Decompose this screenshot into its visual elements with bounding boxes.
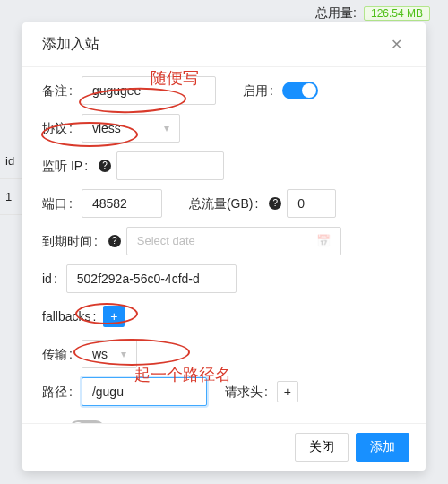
ok-button[interactable]: 添加 — [356, 433, 409, 462]
protocol-select[interactable]: vless ▾ — [82, 114, 180, 143]
transport-select[interactable]: ws ▾ — [82, 340, 137, 368]
req-header-label: 请求头 — [225, 377, 273, 406]
add-fallback-button[interactable]: + — [103, 306, 125, 327]
total-traffic-label: 总流量(GB) — [189, 189, 263, 218]
enable-switch[interactable] — [282, 82, 318, 99]
calendar-icon: 📅 — [316, 227, 331, 255]
listen-ip-input[interactable] — [116, 151, 224, 180]
enable-label: 启用 — [243, 76, 279, 105]
total-traffic-input[interactable] — [287, 189, 336, 218]
add-inbound-modal: 添加入站 ✕ 备注 启用 协议 vless ▾ 监听 IP ? — [22, 22, 426, 471]
expire-date-picker[interactable]: Select date 📅 — [126, 227, 341, 255]
help-icon[interactable]: ? — [108, 235, 121, 247]
cancel-button[interactable]: 关闭 — [295, 433, 349, 462]
expire-placeholder: Select date — [137, 227, 195, 255]
id-input[interactable] — [66, 264, 237, 293]
transport-label: 传输 — [42, 340, 78, 368]
listen-ip-label: 监听 IP — [42, 151, 93, 180]
port-input[interactable] — [82, 189, 162, 218]
tls-label: tls — [42, 415, 65, 423]
chevron-down-icon: ▾ — [121, 340, 126, 368]
close-icon[interactable]: ✕ — [387, 36, 406, 53]
expire-label: 到期时间 — [42, 227, 103, 255]
modal-title: 添加入站 — [42, 35, 99, 54]
transport-value: ws — [92, 340, 108, 368]
help-icon[interactable]: ? — [269, 197, 281, 210]
id-label: id — [42, 264, 63, 293]
add-header-button[interactable]: + — [277, 381, 298, 402]
modal-header: 添加入站 ✕ — [22, 22, 426, 67]
chevron-down-icon: ▾ — [164, 114, 169, 143]
fallbacks-label: fallbacks — [42, 302, 101, 331]
remark-input[interactable] — [82, 76, 216, 105]
protocol-value: vless — [92, 114, 121, 143]
protocol-label: 协议 — [42, 114, 78, 143]
help-icon[interactable]: ? — [99, 160, 111, 172]
modal-footer: 关闭 添加 — [22, 423, 426, 471]
port-label: 端口 — [42, 189, 78, 218]
path-input[interactable] — [82, 377, 207, 406]
modal-body: 备注 启用 协议 vless ▾ 监听 IP ? 端口 — [22, 67, 426, 423]
path-label: 路径 — [42, 377, 78, 406]
tls-switch[interactable] — [69, 420, 105, 423]
remark-label: 备注 — [42, 76, 78, 105]
